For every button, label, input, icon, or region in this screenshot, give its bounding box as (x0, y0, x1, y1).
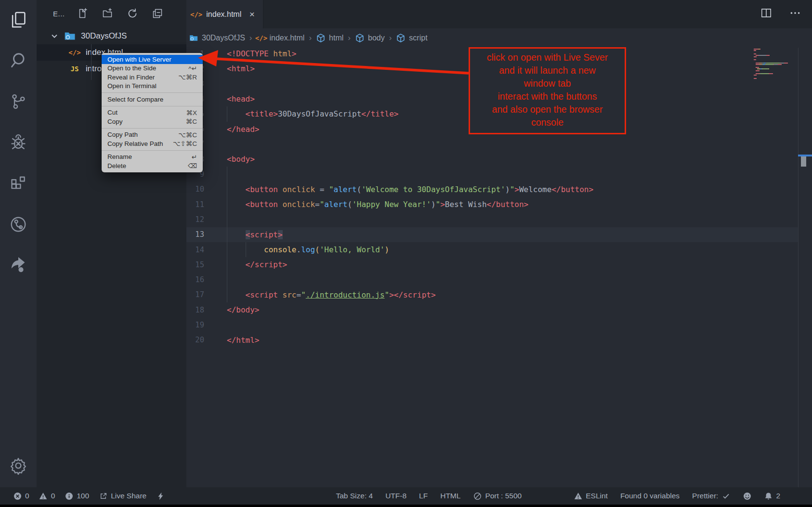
annotation-box: click on open with Live Severand it will… (469, 47, 626, 134)
activity-source-control-icon[interactable] (8, 91, 28, 112)
breadcrumb-item-30daysofjs[interactable]: 30DaysOfJS (189, 33, 245, 43)
code-line[interactable]: 17 <script src="./introduction.js"></scr… (186, 287, 798, 302)
close-icon[interactable]: × (247, 9, 257, 20)
menu-item-delete[interactable]: Delete⌫ (102, 161, 203, 170)
code-line[interactable]: 7 (186, 137, 798, 152)
code-line[interactable]: 14 console.log('Hello, World') (186, 242, 798, 257)
breadcrumb-label: body (368, 34, 385, 42)
bell-icon (764, 492, 773, 500)
status-item-utf-8[interactable]: UTF-8 (385, 492, 406, 500)
new-file-icon[interactable] (76, 7, 89, 20)
code-text: <!DOCTYPE html> (227, 49, 297, 58)
menu-item-copy-path[interactable]: Copy Path⌥⌘C (102, 130, 203, 140)
html-file-icon: </> (256, 33, 266, 43)
more-actions-icon[interactable] (789, 7, 801, 21)
menu-item-open-in-terminal[interactable]: Open in Terminal (102, 82, 203, 91)
menu-item-rename[interactable]: Rename↵ (102, 153, 203, 162)
status-item-html[interactable]: HTML (440, 492, 460, 500)
minimap-line (754, 49, 795, 50)
status-item-label: UTF-8 (385, 492, 406, 500)
activity-share-extension-icon[interactable] (8, 254, 28, 274)
line-number: 10 (186, 185, 204, 194)
code-line[interactable]: 9 (186, 167, 798, 182)
breadcrumb-item-script[interactable]: script (396, 33, 427, 43)
code-line[interactable]: 16 (186, 272, 798, 287)
breadcrumb-item-body[interactable]: body (355, 33, 385, 43)
status-item-found-0-variables[interactable]: Found 0 variables (620, 492, 680, 500)
status-item-label: LF (419, 492, 428, 500)
menu-item-shortcut: ⌘C (186, 117, 197, 125)
minimap-line (754, 50, 795, 51)
smiley-icon (743, 492, 751, 500)
code-line[interactable]: 12 (186, 212, 798, 227)
chevron-down-icon[interactable] (50, 31, 59, 41)
refresh-icon[interactable] (126, 7, 139, 20)
activity-search-icon[interactable] (8, 51, 28, 71)
activity-extensions-icon[interactable] (8, 173, 28, 194)
menu-item-label: Delete (107, 162, 188, 169)
status-item-prettier[interactable]: Prettier: (692, 492, 730, 500)
menu-item-open-to-the-side[interactable]: Open to the Side^↵ (102, 64, 203, 73)
code-text: <title>30DaysOfJavaScript</title> (227, 109, 398, 118)
minimap-line (754, 52, 795, 52)
menu-item-shortcut: ⌥⇧⌘C (173, 140, 197, 147)
status-item-0[interactable]: 0 (13, 492, 29, 500)
activity-files-icon[interactable] (8, 10, 28, 30)
status-item-lightning-icon[interactable] (156, 492, 165, 500)
menu-item-copy[interactable]: Copy⌘C (102, 117, 203, 126)
activity-gear-icon[interactable] (8, 455, 28, 476)
menu-item-shortcut: ⌥⌘C (178, 131, 197, 139)
status-item-label: 100 (77, 492, 89, 500)
code-line[interactable]: 11 <button onclick="alert('Happy New Yea… (186, 197, 798, 212)
status-item-port-5500[interactable]: Port : 5500 (473, 492, 522, 500)
menu-item-reveal-in-finder[interactable]: Reveal in Finder⌥⌘R (102, 73, 203, 82)
minimap-line (754, 73, 795, 74)
status-item-lf[interactable]: LF (419, 492, 428, 500)
tab-index-html[interactable]: </> index.html × (186, 0, 263, 28)
code-line[interactable]: 20</html> (186, 333, 798, 348)
status-item-smiley-icon[interactable] (743, 492, 751, 500)
activity-debug-icon[interactable] (8, 132, 28, 153)
activity-live-share-activity-icon[interactable] (8, 214, 28, 234)
code-line[interactable]: 19 (186, 317, 798, 332)
html-file-icon: </> (190, 10, 202, 19)
line-number: 20 (186, 336, 204, 344)
status-item-2[interactable]: 2 (764, 492, 780, 500)
split-editor-icon[interactable] (760, 7, 773, 21)
scrollbar-thumb[interactable] (801, 156, 806, 167)
menu-item-label: Open in Terminal (107, 82, 197, 90)
minimap-line (754, 76, 795, 77)
annotation-text: interact with the buttons (470, 90, 625, 103)
code-line[interactable]: 18</body> (186, 302, 798, 317)
code-line[interactable]: 13 <script> (186, 227, 798, 242)
minimap[interactable] (754, 49, 795, 79)
context-menu: Open with Live ServerOpen to the Side^↵R… (102, 53, 203, 172)
menu-separator (102, 106, 203, 106)
tree-item-30daysofjs[interactable]: 30DaysOfJS (37, 28, 186, 44)
symbol-cube-icon (316, 33, 326, 43)
tree-item-label: 30DaysOfJS (81, 31, 127, 41)
status-item-live-share[interactable]: Live Share (99, 492, 146, 500)
menu-item-label: Reveal in Finder (107, 74, 178, 81)
new-folder-icon[interactable] (101, 7, 114, 20)
menu-item-cut[interactable]: Cut⌘X (102, 108, 203, 117)
status-item-tab-size-4[interactable]: Tab Size: 4 (336, 492, 373, 500)
status-item-label: 2 (776, 492, 780, 500)
breadcrumb-item-html[interactable]: html (316, 33, 343, 43)
line-number: 18 (186, 306, 204, 314)
status-item-eslint[interactable]: ESLint (574, 492, 608, 500)
menu-item-copy-relative-path[interactable]: Copy Relative Path⌥⇧⌘C (102, 139, 203, 148)
code-line[interactable]: 10 <button onclick = "alert('Welcome to … (186, 182, 798, 197)
breadcrumb-item-index-html[interactable]: </>index.html (256, 33, 304, 43)
menu-item-open-with-live-server[interactable]: Open with Live Server (102, 55, 203, 64)
menu-item-select-for-compare[interactable]: Select for Compare (102, 95, 203, 104)
folder-icon (189, 33, 198, 43)
code-line[interactable]: 15 </script> (186, 257, 798, 272)
warning-icon (39, 492, 48, 500)
code-line[interactable]: 8<body> (186, 152, 798, 167)
status-item-0[interactable]: 0 (39, 492, 55, 500)
status-item-100[interactable]: 100 (65, 492, 89, 500)
status-item-label: Found 0 variables (620, 492, 680, 500)
collapse-all-icon[interactable] (151, 7, 164, 20)
minimap-line (754, 56, 795, 57)
